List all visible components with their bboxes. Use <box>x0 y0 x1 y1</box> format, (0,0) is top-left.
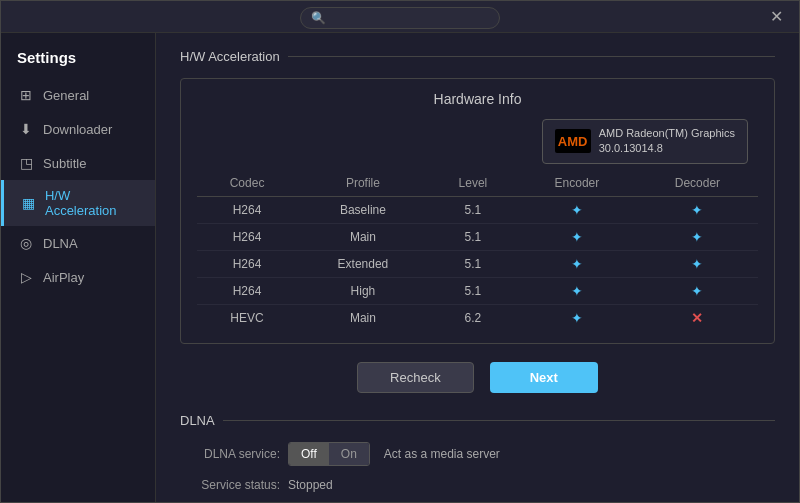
hw-info-box: Hardware Info AMD AMD Radeon(TM) Graphic… <box>180 78 775 344</box>
general-icon: ⊞ <box>17 86 35 104</box>
service-status-value: Stopped <box>288 478 333 492</box>
sidebar-item-label: AirPlay <box>43 270 84 285</box>
dlna-section: DLNA DLNA service: Off On Act as a media… <box>180 413 775 502</box>
sidebar-item-label: General <box>43 88 89 103</box>
cell-codec: H264 <box>197 223 297 250</box>
dlna-service-toggle: Off On <box>288 442 370 466</box>
main-content: H/W Acceleration Hardware Info AMD AMD R… <box>156 33 799 502</box>
close-button[interactable]: ✕ <box>764 5 789 28</box>
table-row: HEVC Main 6.2 ✦ ✕ <box>197 304 758 331</box>
dlna-section-title: DLNA <box>180 413 775 428</box>
amd-logo: AMD <box>555 129 591 153</box>
main-window: 🔍 ✕ Settings ⊞ General ⬇ Downloader ◳ Su… <box>0 0 800 503</box>
cell-decoder: ✦ <box>637 250 758 277</box>
cell-encoder: ✦ <box>517 196 637 223</box>
sidebar-item-label: DLNA <box>43 236 78 251</box>
cell-decoder: ✦ <box>637 196 758 223</box>
cell-level: 5.1 <box>429 277 517 304</box>
title-bar: 🔍 ✕ <box>1 1 799 33</box>
sidebar: Settings ⊞ General ⬇ Downloader ◳ Subtit… <box>1 33 156 502</box>
hw-info-title: Hardware Info <box>197 91 758 107</box>
cell-profile: Main <box>297 304 429 331</box>
search-bar[interactable]: 🔍 <box>300 7 500 29</box>
gpu-version: 30.0.13014.8 <box>599 141 735 156</box>
sidebar-item-airplay[interactable]: ▷ AirPlay <box>1 260 155 294</box>
dlna-service-desc: Act as a media server <box>384 447 500 461</box>
airplay-icon: ▷ <box>17 268 35 286</box>
service-status-label: Service status: <box>180 478 280 492</box>
downloader-icon: ⬇ <box>17 120 35 138</box>
col-decoder: Decoder <box>637 170 758 197</box>
sidebar-item-dlna[interactable]: ◎ DLNA <box>1 226 155 260</box>
cell-profile: Main <box>297 223 429 250</box>
cell-encoder: ✦ <box>517 250 637 277</box>
hw-acceleration-icon: ▦ <box>20 194 37 212</box>
sidebar-title: Settings <box>1 43 155 78</box>
cell-decoder: ✕ <box>637 304 758 331</box>
button-row: Recheck Next <box>180 362 775 393</box>
table-row: H264 Main 5.1 ✦ ✦ <box>197 223 758 250</box>
window-body: Settings ⊞ General ⬇ Downloader ◳ Subtit… <box>1 33 799 502</box>
recheck-button[interactable]: Recheck <box>357 362 474 393</box>
gpu-card: AMD AMD Radeon(TM) Graphics 30.0.13014.8 <box>542 119 748 164</box>
sidebar-item-label: H/W Acceleration <box>45 188 139 218</box>
subtitle-icon: ◳ <box>17 154 35 172</box>
cell-encoder: ✦ <box>517 277 637 304</box>
cell-codec: H264 <box>197 277 297 304</box>
cell-decoder: ✦ <box>637 277 758 304</box>
cell-level: 5.1 <box>429 250 517 277</box>
dlna-service-on-btn[interactable]: On <box>329 443 369 465</box>
sidebar-item-label: Subtitle <box>43 156 86 171</box>
cell-level: 6.2 <box>429 304 517 331</box>
gpu-name: AMD Radeon(TM) Graphics <box>599 126 735 141</box>
gpu-info: AMD Radeon(TM) Graphics 30.0.13014.8 <box>599 126 735 157</box>
next-button[interactable]: Next <box>490 362 598 393</box>
cell-codec: HEVC <box>197 304 297 331</box>
cell-level: 5.1 <box>429 223 517 250</box>
dlna-service-label: DLNA service: <box>180 447 280 461</box>
sidebar-item-hw-acceleration[interactable]: ▦ H/W Acceleration <box>1 180 155 226</box>
col-profile: Profile <box>297 170 429 197</box>
sidebar-item-label: Downloader <box>43 122 112 137</box>
table-row: H264 Extended 5.1 ✦ ✦ <box>197 250 758 277</box>
service-status-row: Service status: Stopped <box>180 478 775 492</box>
cell-encoder: ✦ <box>517 223 637 250</box>
gpu-header: AMD AMD Radeon(TM) Graphics 30.0.13014.8 <box>197 119 758 164</box>
cell-profile: Baseline <box>297 196 429 223</box>
col-encoder: Encoder <box>517 170 637 197</box>
cell-decoder: ✦ <box>637 223 758 250</box>
col-codec: Codec <box>197 170 297 197</box>
dlna-service-row: DLNA service: Off On Act as a media serv… <box>180 442 775 466</box>
cell-profile: Extended <box>297 250 429 277</box>
search-input[interactable] <box>332 11 489 25</box>
hw-table: Codec Profile Level Encoder Decoder H264… <box>197 170 758 331</box>
hw-section-title: H/W Acceleration <box>180 49 775 64</box>
sidebar-item-subtitle[interactable]: ◳ Subtitle <box>1 146 155 180</box>
dlna-icon: ◎ <box>17 234 35 252</box>
cell-encoder: ✦ <box>517 304 637 331</box>
table-row: H264 Baseline 5.1 ✦ ✦ <box>197 196 758 223</box>
amd-text: AMD <box>558 134 588 149</box>
cell-level: 5.1 <box>429 196 517 223</box>
table-row: H264 High 5.1 ✦ ✦ <box>197 277 758 304</box>
dlna-service-off-btn[interactable]: Off <box>289 443 329 465</box>
col-level: Level <box>429 170 517 197</box>
cell-codec: H264 <box>197 250 297 277</box>
search-icon: 🔍 <box>311 11 326 25</box>
cell-profile: High <box>297 277 429 304</box>
cell-codec: H264 <box>197 196 297 223</box>
sidebar-item-downloader[interactable]: ⬇ Downloader <box>1 112 155 146</box>
sidebar-item-general[interactable]: ⊞ General <box>1 78 155 112</box>
